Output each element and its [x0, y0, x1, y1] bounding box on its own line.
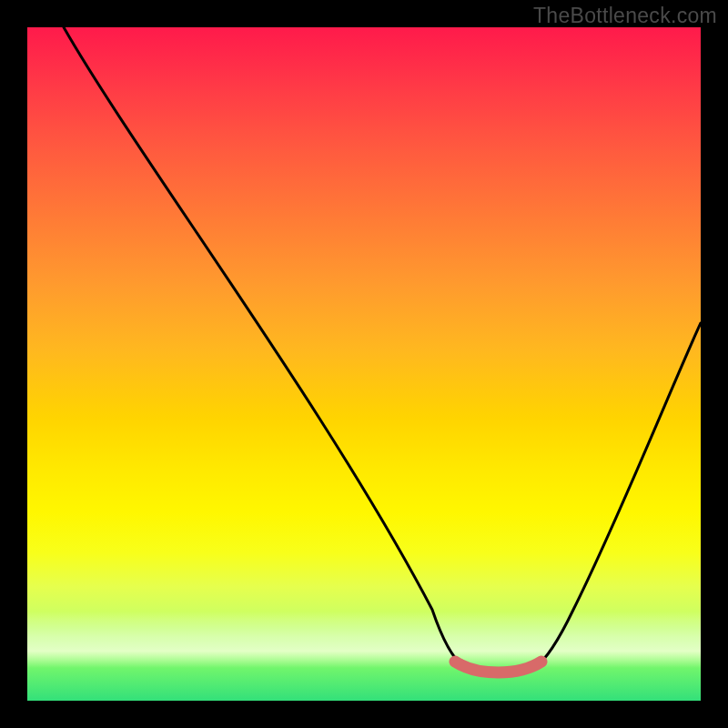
watermark-text: TheBottleneck.com — [533, 4, 717, 28]
gradient-plot-area — [27, 27, 701, 701]
chart-frame: TheBottleneck.com — [0, 0, 728, 728]
